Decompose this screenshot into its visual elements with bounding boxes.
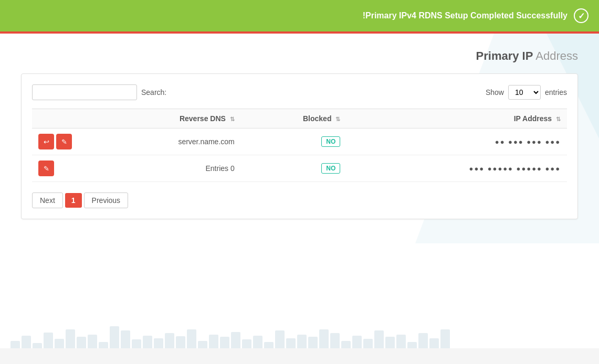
chart-bar bbox=[165, 333, 174, 348]
controls-row: Search: Show 10 25 50 100 entries bbox=[32, 84, 567, 100]
chart-bar bbox=[66, 329, 75, 348]
chart-bar bbox=[143, 336, 152, 348]
reverse-dns-cell: server.name.com bbox=[95, 129, 241, 155]
blocked-badge: NO bbox=[321, 163, 340, 174]
chart-bar bbox=[429, 338, 439, 348]
chart-bar bbox=[297, 335, 307, 348]
chart-bar bbox=[77, 337, 86, 348]
chart-bar bbox=[275, 330, 285, 348]
chart-bar bbox=[286, 338, 296, 348]
col-header-ip[interactable]: IP Address ⇅ bbox=[346, 109, 567, 129]
col-header-actions bbox=[32, 109, 95, 129]
search-group: Search: bbox=[32, 84, 166, 100]
blocked-cell: NO bbox=[241, 129, 347, 155]
page-title: Primary IP Address bbox=[21, 44, 578, 63]
chart-bar bbox=[341, 341, 351, 348]
bottom-chart bbox=[0, 322, 599, 348]
chart-bar bbox=[363, 339, 373, 348]
page-title-secondary: Address bbox=[533, 49, 578, 62]
chart-bar bbox=[121, 330, 130, 348]
chart-bar bbox=[187, 329, 196, 348]
entries-label: entries bbox=[545, 88, 567, 97]
chart-bar bbox=[396, 335, 406, 348]
previous-button[interactable]: Previous bbox=[84, 192, 128, 208]
edit-button[interactable]: ✎ bbox=[56, 134, 72, 149]
chart-bar bbox=[253, 336, 262, 348]
data-table: Reverse DNS ⇅ Blocked ⇅ IP Address ⇅ bbox=[32, 109, 567, 182]
table-row: ✎Entries 0NO●●● ●●●●● ●●●●● ●●● bbox=[32, 155, 567, 182]
chart-bar bbox=[209, 335, 218, 348]
chart-bar bbox=[22, 336, 31, 348]
col-header-blocked[interactable]: Blocked ⇅ bbox=[241, 109, 347, 129]
chart-bar bbox=[132, 339, 141, 348]
chart-bar bbox=[220, 337, 229, 348]
chart-bar bbox=[385, 337, 395, 348]
chart-bar bbox=[231, 332, 240, 348]
chart-bar bbox=[198, 341, 207, 348]
reverse-dns-cell: Entries 0 bbox=[95, 155, 241, 182]
pagination: Next 1 Previous bbox=[32, 192, 567, 208]
search-label: Search: bbox=[141, 88, 166, 97]
data-card: Search: Show 10 25 50 100 entries bbox=[21, 73, 578, 219]
chart-bar bbox=[55, 339, 64, 348]
table-row: ↩✎server.name.comNO●● ●●● ●●● ●●● bbox=[32, 129, 567, 155]
chart-bar bbox=[407, 342, 417, 348]
blocked-cell: NO bbox=[241, 155, 347, 182]
ip-address-cell: ●● ●●● ●●● ●●● bbox=[346, 129, 567, 155]
page-1-button[interactable]: 1 bbox=[65, 193, 82, 208]
actions-cell: ✎ bbox=[32, 155, 95, 182]
col-header-reverse-dns[interactable]: Reverse DNS ⇅ bbox=[95, 109, 241, 129]
chart-bar bbox=[33, 343, 42, 348]
chart-bar bbox=[44, 333, 53, 348]
check-circle-icon bbox=[574, 8, 589, 23]
next-button[interactable]: Next bbox=[32, 192, 63, 208]
chart-bar bbox=[374, 330, 384, 348]
chart-bar bbox=[110, 326, 119, 348]
chart-bar bbox=[10, 341, 20, 348]
show-group: Show 10 25 50 100 entries bbox=[486, 85, 567, 100]
content-wrapper: Primary IP Address Search: Show 10 25 50… bbox=[21, 44, 578, 219]
table-header-row: Reverse DNS ⇅ Blocked ⇅ IP Address ⇅ bbox=[32, 109, 567, 129]
undo-button[interactable]: ↩ bbox=[38, 134, 54, 149]
show-label: Show bbox=[486, 88, 504, 97]
sort-icon-reverse-dns: ⇅ bbox=[230, 116, 235, 123]
entries-select[interactable]: 10 25 50 100 bbox=[508, 85, 541, 100]
success-message: !Primary IPv4 RDNS Setup Completed Succe… bbox=[363, 11, 568, 20]
chart-bar bbox=[176, 336, 185, 348]
ip-address-cell: ●●● ●●●●● ●●●●● ●●● bbox=[346, 155, 567, 182]
chart-bar bbox=[330, 333, 340, 348]
chart-bar bbox=[440, 329, 450, 348]
search-input[interactable] bbox=[32, 84, 137, 100]
chart-bar bbox=[352, 336, 362, 348]
sort-icon-ip: ⇅ bbox=[556, 116, 561, 123]
chart-bar bbox=[99, 342, 108, 348]
actions-cell: ↩✎ bbox=[32, 129, 95, 155]
chart-bar bbox=[308, 337, 318, 348]
blocked-badge: NO bbox=[321, 136, 340, 147]
success-banner: !Primary IPv4 RDNS Setup Completed Succe… bbox=[0, 0, 599, 31]
chart-bar bbox=[154, 338, 163, 348]
chart-bar bbox=[88, 335, 97, 348]
main-content: Primary IP Address Search: Show 10 25 50… bbox=[0, 34, 599, 348]
sort-icon-blocked: ⇅ bbox=[335, 116, 340, 123]
page-title-primary: Primary IP bbox=[476, 49, 533, 62]
chart-bar bbox=[264, 342, 274, 348]
chart-bar bbox=[319, 329, 329, 348]
edit-button[interactable]: ✎ bbox=[38, 160, 54, 176]
chart-bar bbox=[242, 339, 251, 348]
chart-bar bbox=[418, 333, 428, 348]
